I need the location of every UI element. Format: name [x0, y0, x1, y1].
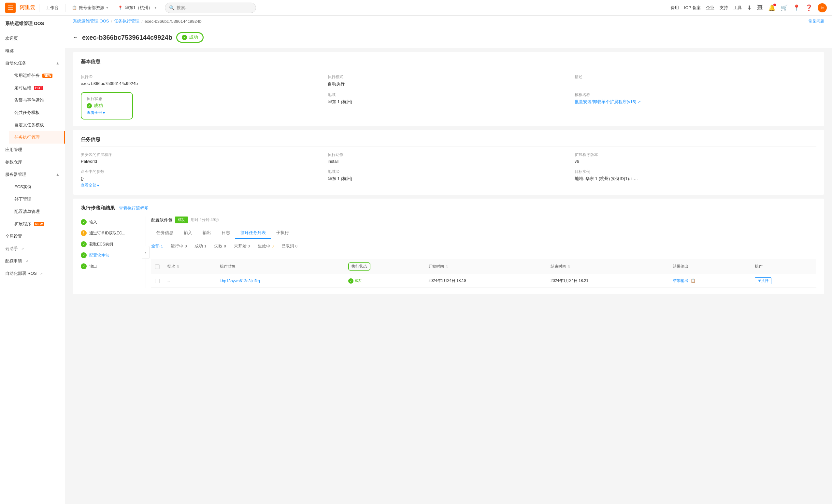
sidebar-item-quota[interactable]: 配额申请 ↗ [0, 255, 65, 267]
step-input[interactable]: 输入 [81, 216, 140, 228]
sidebar-item-task-execution[interactable]: 任务执行管理 [9, 131, 65, 143]
sidebar-item-automation[interactable]: 自动化任务 ▲ [0, 57, 65, 69]
notification-icon[interactable]: 🔔 [768, 4, 775, 11]
sidebar-item-scheduled[interactable]: 定时运维 HOT [9, 82, 65, 94]
sidebar-item-global-settings[interactable]: 全局设置 [0, 230, 65, 243]
tab-input[interactable]: 输入 [179, 227, 198, 239]
breadcrumb-faq[interactable]: 常见问题 [809, 19, 824, 24]
sidebar-title: 系统运维管理 OOS [0, 16, 65, 32]
sidebar-item-param-store[interactable]: 参数仓库 [0, 156, 65, 168]
download-icon[interactable]: ⬇ [747, 4, 752, 11]
tab-output[interactable]: 输出 [198, 227, 216, 239]
copy-icon[interactable]: 📋 [691, 278, 696, 283]
logo[interactable]: 阿里云 [20, 4, 35, 11]
header-checkbox[interactable] [155, 264, 160, 269]
sidebar-item-custom-template[interactable]: 自定义任务模板 [9, 119, 65, 131]
user-avatar[interactable]: Ie [818, 3, 827, 12]
steps-list: 输入 ! 通过订单ID获取EC... 获取ECS实例 配置软件包 [81, 216, 146, 288]
view-all-status[interactable]: 查看全部 ▾ [87, 110, 127, 115]
label-desc: 描述 [575, 74, 816, 80]
nav-account[interactable]: 📋 账号全部资源 ▼ [69, 5, 111, 11]
sidebar-item-ros[interactable]: 自动化部署 ROS ↗ [0, 267, 65, 280]
nav-support[interactable]: 支持 [720, 5, 728, 11]
filter-cancelled-label: 已取消 [282, 243, 294, 249]
label-region-id: 地域ID [328, 169, 569, 175]
filter-not-started[interactable]: 未开始 0 [234, 243, 250, 252]
sidebar-item-server-mgmt[interactable]: 服务器管理 ▲ [0, 168, 65, 181]
nav-fee[interactable]: 费用 [670, 5, 679, 11]
output-link[interactable]: 结果输出 [673, 278, 688, 283]
nav-workbench[interactable]: 工作台 [43, 5, 61, 11]
top-nav: 阿里云 工作台 📋 账号全部资源 ▼ 📍 华东1（杭州） ▼ 🔍 费用 ICP … [0, 0, 832, 16]
nav-icp[interactable]: ICP 备案 [684, 5, 701, 11]
right-panel: 配置软件包 成功 用时 2分钟 49秒 任务信息 输入 输出 日志 循环任务列表… [146, 216, 816, 288]
help-icon[interactable]: ❓ [805, 4, 812, 11]
filter-running-count: 0 [185, 244, 187, 248]
sidebar-item-patch[interactable]: 补丁管理 [9, 193, 65, 206]
sidebar-item-extensions[interactable]: 扩展程序 NEW [9, 218, 65, 230]
info-action: 执行动作 install [328, 152, 569, 164]
step-pkg[interactable]: 配置软件包 [81, 250, 140, 261]
nav-account-arrow: ▼ [106, 6, 109, 9]
step-order[interactable]: ! 通过订单ID获取EC... [81, 228, 140, 239]
tab-child-exec[interactable]: 子执行 [271, 227, 294, 239]
end-time-value: 2024年1月24日 18:21 [550, 278, 588, 283]
filter-running[interactable]: 运行中 0 [171, 243, 187, 252]
sidebar-item-inventory[interactable]: 配置清单管理 [9, 206, 65, 218]
step-output[interactable]: 输出 [81, 261, 140, 272]
view-all-task[interactable]: 查看全部 ▾ [81, 183, 322, 188]
search-input[interactable] [177, 5, 252, 10]
target-link[interactable]: i-bp13nywo613o3jlrtfkq [220, 279, 260, 283]
sidebar-item-app-mgmt[interactable]: 应用管理 [0, 143, 65, 156]
th-end-sort-icon[interactable]: ⇅ [568, 265, 570, 268]
content-area: 系统运维管理 OOS / 任务执行管理 / exec-b366bc7539614… [65, 16, 832, 504]
th-end-sort: 结束时间 ⇅ [550, 264, 665, 269]
child-exec-button[interactable]: 子执行 [755, 277, 772, 284]
filter-success[interactable]: 成功 1 [194, 243, 206, 252]
exec-status-box: 执行状态 成功 查看全部 ▾ [81, 92, 133, 120]
th-start-sort: 开始时间 ⇅ [428, 264, 543, 269]
sidebar-item-cloud-assist[interactable]: 云助手 ↗ [0, 243, 65, 255]
location-nav-icon[interactable]: 📍 [793, 4, 800, 11]
filter-active[interactable]: 生效中 0 [258, 243, 274, 252]
image-icon[interactable]: 🖼 [757, 4, 763, 11]
sidebar-item-alert-ops[interactable]: 告警与事件运维 [9, 94, 65, 106]
hamburger-button[interactable] [5, 3, 16, 13]
search-icon: 🔍 [169, 5, 175, 10]
nav-tools[interactable]: 工具 [733, 5, 742, 11]
label-region: 地域 [328, 92, 569, 98]
view-flow-link[interactable]: 查看执行流程图 [119, 206, 149, 211]
nav-region[interactable]: 📍 华东1（杭州） ▼ [115, 5, 160, 11]
breadcrumb-task-exec[interactable]: 任务执行管理 [114, 18, 139, 24]
row-checkbox[interactable] [155, 279, 160, 283]
tab-loop-tasks[interactable]: 循环任务列表 [235, 227, 271, 239]
sidebar-label-automation: 自动化任务 [5, 60, 26, 66]
filter-all[interactable]: 全部 1 [151, 243, 163, 252]
sidebar-item-welcome[interactable]: 欢迎页 [0, 32, 65, 45]
breadcrumb-oos[interactable]: 系统运维管理 OOS [73, 18, 109, 24]
sidebar-item-public-template[interactable]: 公共任务模板 [9, 106, 65, 119]
cart-icon[interactable]: 🛒 [781, 4, 788, 11]
tab-task-info[interactable]: 任务信息 [151, 227, 179, 239]
nav-enterprise[interactable]: 企业 [706, 5, 714, 11]
nav-divider-2 [65, 4, 66, 12]
value-template[interactable]: 批量安装/卸载单个扩展程序(v15) ↗ [575, 99, 816, 105]
back-button[interactable]: ← [73, 34, 78, 41]
search-box[interactable]: 🔍 [165, 3, 256, 13]
collapse-toggle[interactable]: ‹ [142, 246, 150, 259]
filter-cancelled[interactable]: 已取消 0 [282, 243, 297, 252]
value-target: 地域: 华东 1 (杭州) 实例ID(1): i-bp13nywo613o3j.… [575, 176, 640, 182]
sidebar-label-overview: 概览 [5, 48, 14, 54]
step-ecs[interactable]: 获取ECS实例 [81, 239, 140, 250]
th-batch-sort-icon[interactable]: ⇅ [177, 265, 179, 268]
tab-log[interactable]: 日志 [216, 227, 235, 239]
sidebar-item-ecs[interactable]: ECS实例 [9, 181, 65, 193]
filter-failed[interactable]: 失败 0 [214, 243, 226, 252]
sidebar-label-alert-ops: 告警与事件运维 [14, 97, 44, 103]
th-start-sort-icon[interactable]: ⇅ [445, 265, 448, 268]
sidebar-item-overview[interactable]: 概览 [0, 45, 65, 57]
th-start-label: 开始时间 [428, 264, 444, 269]
status-filter: 全部 1 运行中 0 成功 1 失败 0 [151, 243, 816, 255]
sidebar-item-common-ops[interactable]: 常用运维任务 NEW [9, 69, 65, 82]
table-row: -- i-bp13nywo613o3jlrtfkq 成功 [151, 274, 816, 288]
